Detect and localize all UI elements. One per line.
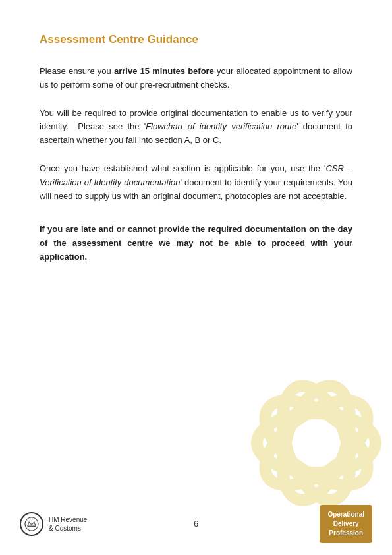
hmrc-line2: & Customs — [49, 524, 87, 533]
flower-decoration — [214, 367, 392, 519]
italic-flowchart: Flowchart of identity verification route — [146, 121, 296, 131]
page-title: Assessment Centre Guidance — [40, 33, 352, 46]
page: Assessment Centre Guidance Please ensure… — [0, 0, 392, 555]
hmrc-crown-icon — [20, 512, 43, 536]
paragraph-2: You will be required to provide original… — [40, 107, 352, 148]
page-number: 6 — [194, 519, 198, 529]
hmrc-line1: HM Revenue — [49, 515, 87, 524]
crown-svg — [24, 517, 39, 531]
odp-badge: Operational Delivery Profession — [320, 505, 372, 543]
svg-rect-7 — [28, 526, 36, 527]
hmrc-logo: HM Revenue & Customs — [20, 512, 87, 536]
content-area: Assessment Centre Guidance Please ensure… — [0, 0, 392, 264]
odp-line3: Profession — [327, 529, 364, 538]
bold-late-text: If you are late and or cannot provide th… — [40, 224, 352, 262]
svg-marker-6 — [28, 522, 36, 526]
italic-csr: CSR – Verification of Identity documenta… — [40, 163, 352, 187]
svg-point-5 — [25, 517, 38, 531]
odp-line2: Delivery — [327, 519, 364, 529]
paragraph-3: Once you have established what section i… — [40, 162, 352, 203]
odp-line1: Operational — [327, 510, 364, 519]
bold-text-arrive: arrive 15 minutes before — [114, 66, 214, 76]
footer: HM Revenue & Customs 6 Operational Deliv… — [0, 505, 392, 543]
hmrc-text: HM Revenue & Customs — [49, 515, 87, 533]
paragraph-4: If you are late and or cannot provide th… — [40, 223, 352, 264]
paragraph-1: Please ensure you arrive 15 minutes befo… — [40, 65, 352, 92]
